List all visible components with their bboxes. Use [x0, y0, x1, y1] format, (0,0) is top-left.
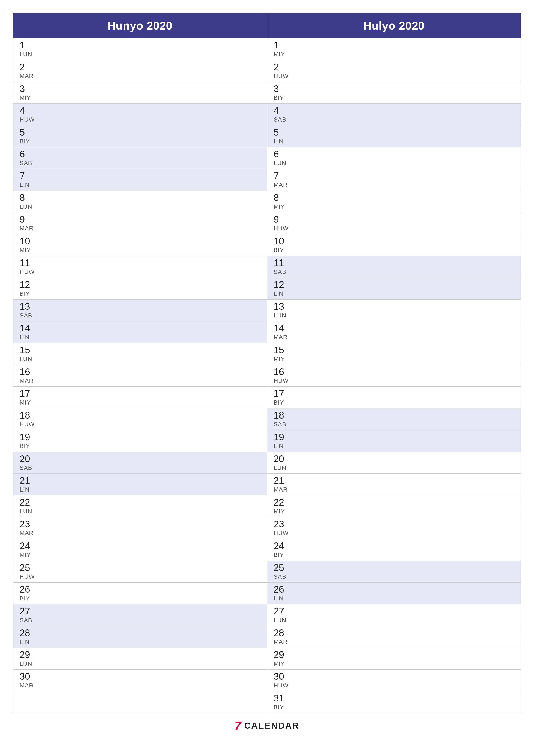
day-cell: 20SAB — [20, 454, 35, 471]
day-cell: 11SAB — [274, 258, 289, 275]
day-number: 8 — [20, 193, 35, 202]
day-cell: 23MAR — [20, 519, 35, 537]
day-number: 12 — [20, 280, 35, 289]
day-number: 26 — [20, 585, 35, 594]
day-number: 10 — [20, 236, 35, 246]
day-name: BIY — [274, 552, 289, 558]
day-cell: 6LUN — [274, 149, 289, 167]
day-name: SAB — [274, 421, 289, 428]
day-number: 23 — [20, 519, 35, 529]
day-row: 6SAB — [13, 147, 267, 169]
day-row: 18HUW — [13, 408, 267, 430]
day-number: 11 — [20, 258, 35, 268]
day-name: MIY — [20, 94, 35, 101]
day-row: 2HUW — [267, 60, 521, 82]
day-cell: 13LUN — [274, 302, 289, 319]
day-name: HUW — [274, 225, 289, 232]
day-row: 14MAR — [267, 321, 521, 343]
day-number: 17 — [274, 389, 289, 398]
day-name: LIN — [274, 290, 289, 297]
logo-number: 7 — [235, 719, 241, 732]
day-number: 23 — [274, 519, 289, 529]
day-name: BIY — [20, 443, 35, 449]
day-cell: 5BIY — [20, 127, 35, 145]
day-name: MAR — [274, 334, 289, 341]
day-row: 19LIN — [267, 430, 521, 452]
day-row: 29MIY — [267, 648, 521, 669]
day-row: 27LUN — [267, 604, 521, 626]
day-number: 19 — [274, 432, 289, 442]
day-cell: 31BIY — [274, 693, 289, 711]
day-cell: 25HUW — [20, 563, 35, 580]
day-number: 31 — [274, 693, 289, 703]
day-name: MIY — [20, 247, 35, 254]
month-col-0: Hunyo 20201LUN2MAR3MIY4HUW5BIY6SAB7LIN8L… — [13, 13, 267, 713]
day-row: 13LUN — [267, 299, 521, 321]
day-number: 9 — [274, 215, 289, 224]
day-cell: 30MAR — [20, 672, 35, 689]
day-name: LUN — [274, 312, 289, 319]
day-name: LIN — [274, 138, 289, 145]
day-name: SAB — [20, 464, 35, 471]
day-name: MIY — [274, 508, 289, 515]
day-number: 19 — [20, 432, 35, 442]
day-cell: 9MAR — [20, 215, 35, 232]
day-cell: 19BIY — [20, 432, 35, 449]
day-name: HUW — [274, 682, 289, 689]
day-name: SAB — [274, 573, 289, 580]
day-name: LIN — [20, 486, 35, 493]
day-number: 21 — [274, 476, 289, 485]
day-number: 14 — [274, 323, 289, 333]
day-cell: 4HUW — [20, 106, 35, 123]
day-row: 24BIY — [267, 539, 521, 560]
day-number: 4 — [20, 106, 35, 115]
day-row: 25HUW — [13, 560, 267, 582]
day-name: SAB — [20, 160, 35, 167]
day-row: 16MAR — [13, 364, 267, 387]
day-cell: 22LUN — [20, 498, 35, 515]
day-number: 26 — [274, 585, 289, 594]
day-row: 16HUW — [267, 364, 521, 387]
day-cell: 3BIY — [274, 84, 289, 101]
day-name: LUN — [274, 464, 289, 471]
day-cell: 7MAR — [274, 171, 289, 188]
day-number: 27 — [20, 607, 35, 616]
day-name: HUW — [274, 73, 289, 80]
day-name: BIY — [20, 290, 35, 297]
day-cell: 27SAB — [20, 607, 35, 624]
day-cell: 25SAB — [274, 563, 289, 580]
day-name: LIN — [20, 181, 35, 188]
day-name: MIY — [274, 203, 289, 210]
day-name: SAB — [20, 312, 35, 319]
day-name: MAR — [274, 181, 289, 188]
day-cell: 7LIN — [20, 171, 35, 188]
day-row: 4HUW — [13, 103, 267, 125]
day-cell: 21LIN — [20, 476, 35, 493]
day-cell: 16MAR — [20, 367, 35, 384]
day-row: 26BIY — [13, 582, 267, 604]
month-col-1: Hulyo 20201MIY2HUW3BIY4SAB5LIN6LUN7MAR8M… — [267, 13, 521, 713]
day-cell: 1MIY — [274, 40, 289, 58]
day-number: 27 — [274, 607, 289, 616]
day-name: MAR — [20, 225, 35, 232]
day-cell: 15MIY — [274, 345, 289, 363]
day-row: 13SAB — [13, 299, 267, 321]
day-number: 3 — [274, 84, 289, 94]
day-name: MIY — [274, 660, 289, 667]
day-name: MAR — [20, 73, 35, 80]
day-cell: 16HUW — [274, 367, 289, 384]
day-cell: 19LIN — [274, 432, 289, 449]
day-cell: 11HUW — [20, 258, 35, 275]
day-number: 20 — [20, 454, 35, 464]
day-number: 29 — [20, 650, 35, 660]
day-cell: 14LIN — [20, 323, 35, 341]
day-cell: 10BIY — [274, 236, 289, 254]
day-name: BIY — [20, 595, 35, 602]
day-number: 2 — [274, 62, 289, 72]
day-number: 12 — [274, 280, 289, 289]
day-number: 22 — [274, 498, 289, 507]
day-row: 3MIY — [13, 82, 267, 103]
day-row: 30MAR — [13, 669, 267, 691]
day-name: LIN — [20, 638, 35, 645]
day-number: 3 — [20, 84, 35, 94]
